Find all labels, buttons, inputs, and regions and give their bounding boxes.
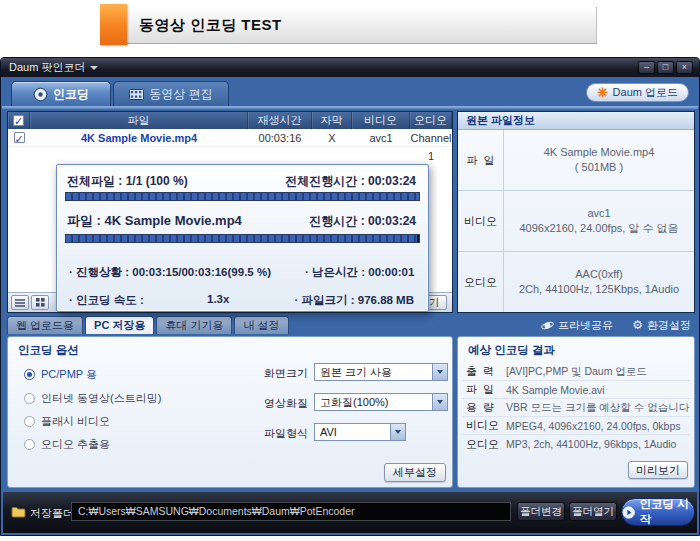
checkbox-checked-icon bbox=[13, 115, 24, 126]
file-format-select[interactable]: AVI bbox=[314, 423, 406, 441]
table-row[interactable]: 4K Sample Movie.mp4 00:03:16 X avc1 Chan… bbox=[8, 129, 452, 147]
save-folder-path[interactable]: C:₩Users₩SAMSUNG₩Documents₩Daum₩PotEncod… bbox=[71, 502, 511, 521]
list-tool-button-1[interactable] bbox=[11, 295, 29, 310]
result-row-file: 파 일 4K Sample Movie.avi bbox=[462, 381, 690, 399]
status-label: · 진행상황 : 00:03:15/00:03:16(99.5 %) bbox=[69, 265, 271, 280]
detail-settings-button[interactable]: 세부설정 bbox=[384, 463, 446, 482]
screen-size-select[interactable]: 원본 크기 사용 bbox=[314, 363, 448, 381]
result-row-video: 비디오 MPEG4, 4096x2160, 24.00fps, 0kbps bbox=[462, 417, 690, 435]
total-progress-bar bbox=[65, 192, 420, 201]
file-progress-fill bbox=[66, 235, 417, 242]
tab-video-edit[interactable]: 동영상 편집 bbox=[113, 81, 229, 106]
dropdown-arrow-box[interactable] bbox=[432, 364, 447, 380]
radio-internet-streaming[interactable]: 인터넷 동영상(스트리밍) bbox=[24, 391, 161, 406]
video-quality-value: 고화질(100%) bbox=[320, 396, 388, 408]
change-folder-button[interactable]: 폴더변경 bbox=[517, 502, 565, 521]
info-video-label: 비디오 bbox=[458, 191, 504, 251]
folder-icon bbox=[11, 506, 26, 518]
output-value: [AVI]PC,PMP 및 Daum 업로드 bbox=[506, 365, 690, 379]
radio-flash-video-label: 플래시 비디오 bbox=[41, 414, 110, 429]
titlebar[interactable]: Daum 팟인코더 – □ × bbox=[1, 58, 699, 77]
encoding-options-title: 인코딩 옵션 bbox=[18, 343, 79, 358]
minimize-button[interactable]: – bbox=[638, 61, 655, 74]
screen-size-value: 원본 크기 사용 bbox=[320, 366, 392, 378]
file-list-header: 파일 재생시간 자막 비디오 오디오 bbox=[8, 112, 452, 129]
daum-logo-icon bbox=[597, 87, 608, 98]
maximize-button[interactable]: □ bbox=[657, 61, 674, 74]
title-menu-arrow-icon[interactable] bbox=[90, 66, 98, 70]
radio-icon bbox=[24, 393, 35, 404]
total-files-label: 전체파일 : 1/1 (100 %) bbox=[67, 173, 188, 190]
list-tool-button-2[interactable] bbox=[31, 295, 49, 310]
grid-icon bbox=[36, 298, 45, 307]
video-quality-label: 영상화질 bbox=[264, 396, 308, 411]
tab-encoding[interactable]: 인코딩 bbox=[11, 81, 111, 106]
info-file-name: 4K Sample Movie.mp4 bbox=[544, 145, 655, 160]
source-info-title: 원본 파일정보 bbox=[458, 112, 694, 130]
radio-pc-pmp-label: PC/PMP 용 bbox=[41, 367, 97, 382]
preset-tab-pc-save[interactable]: PC 저장용 bbox=[85, 316, 154, 334]
radio-audio-extract[interactable]: 오디오 추출용 bbox=[24, 437, 110, 452]
video-quality-select[interactable]: 고화질(100%) bbox=[314, 393, 448, 411]
preset-tab-my-settings[interactable]: 내 설정 bbox=[234, 316, 288, 334]
tab-encoding-label: 인코딩 bbox=[53, 86, 89, 103]
file-format-label: 파일형식 bbox=[264, 426, 308, 441]
info-audio-detail: 2Ch, 44100Hz, 125Kbps, 1Audio bbox=[519, 282, 679, 297]
daum-upload-button[interactable]: Daum 업로드 bbox=[586, 83, 689, 102]
column-subtitle[interactable]: 자막 bbox=[312, 112, 352, 129]
file-label: 파 일 bbox=[462, 382, 506, 397]
column-file[interactable]: 파일 bbox=[30, 112, 248, 129]
list-lines-icon bbox=[15, 299, 25, 307]
file-value: 4K Sample Movie.avi bbox=[506, 384, 690, 396]
info-file-value: 4K Sample Movie.mp4 ( 501MB ) bbox=[504, 130, 694, 190]
result-row-output: 출 력 [AVI]PC,PMP 및 Daum 업로드 bbox=[462, 363, 690, 381]
radio-pc-pmp[interactable]: PC/PMP 용 bbox=[24, 367, 97, 382]
dropdown-arrow-box[interactable] bbox=[390, 424, 405, 440]
gear-icon: ⚙ bbox=[632, 319, 643, 331]
result-rows: 출 력 [AVI]PC,PMP 및 Daum 업로드 파 일 4K Sample… bbox=[462, 363, 690, 453]
preset-tab-web-upload[interactable]: 웹 업로드용 bbox=[7, 316, 83, 334]
settings-button[interactable]: ⚙ 환경설정 bbox=[632, 317, 691, 333]
preview-button[interactable]: 미리보기 bbox=[628, 461, 688, 479]
save-folder-label: 저장폴더 bbox=[30, 506, 74, 521]
share-button[interactable]: 프라넷공유 bbox=[541, 317, 613, 333]
expected-result-title: 예상 인코딩 결과 bbox=[468, 343, 555, 358]
info-audio-value: AAC(0xff) 2Ch, 44100Hz, 125Kbps, 1Audio bbox=[504, 252, 694, 312]
radio-internet-streaming-label: 인터넷 동영상(스트리밍) bbox=[41, 391, 161, 406]
row-checkbox[interactable] bbox=[8, 129, 30, 146]
row-subtitle: X bbox=[312, 129, 352, 146]
progress-dialog: 전체파일 : 1/1 (100 %) 전체진행시간 : 00:03:24 파일 … bbox=[56, 164, 429, 312]
info-file-size: ( 501MB ) bbox=[575, 160, 623, 175]
open-folder-button[interactable]: 폴더열기 bbox=[569, 502, 617, 521]
info-audio-codec: AAC(0xff) bbox=[575, 267, 622, 282]
speed-label: · 인코딩 속도 : bbox=[69, 293, 144, 308]
result-row-audio: 오디오 MP3, 2ch, 44100Hz, 96kbps, 1Audio bbox=[462, 435, 690, 453]
info-video-value: avc1 4096x2160, 24.00fps, 알 수 없음 bbox=[504, 191, 694, 251]
preset-tab-mobile-device[interactable]: 휴대 기기용 bbox=[156, 316, 232, 334]
app-window: Daum 팟인코더 – □ × 인코딩 동영상 편집 bbox=[0, 57, 700, 536]
select-all-checkbox[interactable] bbox=[8, 112, 30, 129]
encode-start-button[interactable]: 인코딩 시작 bbox=[621, 498, 695, 526]
radio-flash-video[interactable]: 플래시 비디오 bbox=[24, 414, 110, 429]
column-audio[interactable]: 오디오 bbox=[410, 112, 452, 129]
row-video-codec: avc1 bbox=[352, 129, 410, 146]
info-row-audio: 오디오 AAC(0xff) 2Ch, 44100Hz, 125Kbps, 1Au… bbox=[458, 252, 694, 312]
info-video-codec: avc1 bbox=[587, 206, 610, 221]
encode-start-label: 인코딩 시작 bbox=[639, 497, 694, 527]
output-label: 출 력 bbox=[462, 364, 506, 379]
close-button[interactable]: × bbox=[676, 61, 693, 74]
chevron-down-icon bbox=[437, 370, 443, 374]
share-button-label: 프라넷공유 bbox=[558, 318, 613, 333]
speed-value: 1.3x bbox=[207, 293, 229, 305]
settings-button-label: 환경설정 bbox=[647, 318, 691, 333]
row-filename: 4K Sample Movie.mp4 bbox=[30, 129, 248, 146]
dropdown-arrow-box[interactable] bbox=[432, 394, 447, 410]
column-video[interactable]: 비디오 bbox=[352, 112, 410, 129]
planet-icon bbox=[541, 319, 554, 332]
source-info-panel: 원본 파일정보 파 일 4K Sample Movie.mp4 ( 501MB … bbox=[457, 111, 695, 313]
encoding-disc-icon bbox=[33, 87, 48, 102]
size-label: 용 량 bbox=[462, 400, 506, 415]
info-row-video: 비디오 avc1 4096x2160, 24.00fps, 알 수 없음 bbox=[458, 191, 694, 252]
audio-label: 오디오 bbox=[462, 437, 506, 452]
column-duration[interactable]: 재생시간 bbox=[248, 112, 312, 129]
